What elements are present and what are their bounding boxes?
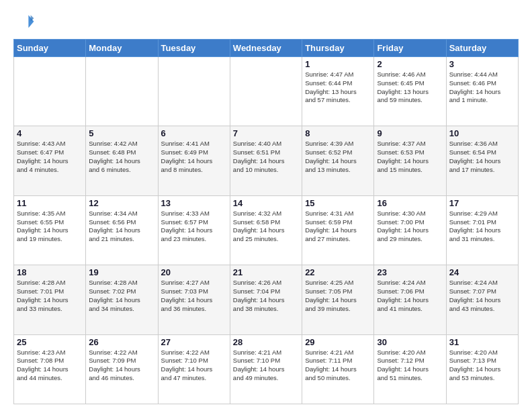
calendar-cell: 10Sunrise: 4:36 AM Sunset: 6:54 PM Dayli… <box>446 126 518 195</box>
day-number: 7 <box>233 128 299 138</box>
day-info: Sunrise: 4:27 AM Sunset: 7:03 PM Dayligh… <box>161 279 227 313</box>
calendar-cell: 30Sunrise: 4:20 AM Sunset: 7:12 PM Dayli… <box>374 334 446 404</box>
day-number: 27 <box>161 337 227 347</box>
calendar-cell: 17Sunrise: 4:29 AM Sunset: 7:01 PM Dayli… <box>446 195 518 265</box>
day-info: Sunrise: 4:29 AM Sunset: 7:01 PM Dayligh… <box>449 210 515 244</box>
day-number: 31 <box>449 337 515 347</box>
day-info: Sunrise: 4:36 AM Sunset: 6:54 PM Dayligh… <box>449 140 515 174</box>
day-number: 26 <box>89 337 154 347</box>
col-header-thursday: Thursday <box>302 40 374 57</box>
calendar-cell: 5Sunrise: 4:42 AM Sunset: 6:48 PM Daylig… <box>86 126 158 195</box>
calendar-table: SundayMondayTuesdayWednesdayThursdayFrid… <box>13 39 519 404</box>
day-info: Sunrise: 4:35 AM Sunset: 6:55 PM Dayligh… <box>17 210 83 244</box>
calendar-week-4: 18Sunrise: 4:28 AM Sunset: 7:01 PM Dayli… <box>14 265 519 334</box>
day-number: 23 <box>377 267 443 277</box>
day-info: Sunrise: 4:20 AM Sunset: 7:13 PM Dayligh… <box>449 349 515 383</box>
day-number: 24 <box>449 267 515 277</box>
calendar-cell: 6Sunrise: 4:41 AM Sunset: 6:49 PM Daylig… <box>158 126 230 195</box>
day-number: 12 <box>89 198 154 208</box>
day-number: 25 <box>17 337 83 347</box>
calendar-cell: 15Sunrise: 4:31 AM Sunset: 6:59 PM Dayli… <box>302 195 374 265</box>
day-number: 6 <box>161 128 227 138</box>
day-number: 21 <box>233 267 299 277</box>
day-number: 5 <box>89 128 154 138</box>
day-number: 3 <box>449 59 515 69</box>
calendar-cell: 3Sunrise: 4:44 AM Sunset: 6:46 PM Daylig… <box>446 57 518 126</box>
day-info: Sunrise: 4:43 AM Sunset: 6:47 PM Dayligh… <box>17 140 83 174</box>
day-number: 8 <box>305 128 371 138</box>
day-info: Sunrise: 4:22 AM Sunset: 7:10 PM Dayligh… <box>161 349 227 383</box>
calendar-cell: 20Sunrise: 4:27 AM Sunset: 7:03 PM Dayli… <box>158 265 230 334</box>
calendar-cell: 12Sunrise: 4:34 AM Sunset: 6:56 PM Dayli… <box>86 195 158 265</box>
col-header-tuesday: Tuesday <box>158 40 230 57</box>
calendar-cell: 24Sunrise: 4:24 AM Sunset: 7:07 PM Dayli… <box>446 265 518 334</box>
logo <box>13 11 38 32</box>
day-info: Sunrise: 4:24 AM Sunset: 7:06 PM Dayligh… <box>377 279 443 313</box>
calendar-week-2: 4Sunrise: 4:43 AM Sunset: 6:47 PM Daylig… <box>14 126 519 195</box>
day-info: Sunrise: 4:46 AM Sunset: 6:45 PM Dayligh… <box>377 71 443 105</box>
day-info: Sunrise: 4:22 AM Sunset: 7:09 PM Dayligh… <box>89 349 154 383</box>
calendar-cell: 13Sunrise: 4:33 AM Sunset: 6:57 PM Dayli… <box>158 195 230 265</box>
calendar-cell <box>14 57 86 126</box>
col-header-saturday: Saturday <box>446 40 518 57</box>
calendar-cell <box>158 57 230 126</box>
day-info: Sunrise: 4:33 AM Sunset: 6:57 PM Dayligh… <box>161 210 227 244</box>
day-number: 13 <box>161 198 227 208</box>
day-number: 30 <box>377 337 443 347</box>
calendar-cell <box>86 57 158 126</box>
day-info: Sunrise: 4:30 AM Sunset: 7:00 PM Dayligh… <box>377 210 443 244</box>
calendar-cell: 28Sunrise: 4:21 AM Sunset: 7:10 PM Dayli… <box>230 334 302 404</box>
day-info: Sunrise: 4:26 AM Sunset: 7:04 PM Dayligh… <box>233 279 299 313</box>
calendar-cell: 4Sunrise: 4:43 AM Sunset: 6:47 PM Daylig… <box>14 126 86 195</box>
calendar-cell: 1Sunrise: 4:47 AM Sunset: 6:44 PM Daylig… <box>302 57 374 126</box>
day-number: 11 <box>17 198 83 208</box>
calendar-cell: 14Sunrise: 4:32 AM Sunset: 6:58 PM Dayli… <box>230 195 302 265</box>
day-info: Sunrise: 4:20 AM Sunset: 7:12 PM Dayligh… <box>377 349 443 383</box>
day-info: Sunrise: 4:25 AM Sunset: 7:05 PM Dayligh… <box>305 279 371 313</box>
col-header-wednesday: Wednesday <box>230 40 302 57</box>
calendar-cell: 27Sunrise: 4:22 AM Sunset: 7:10 PM Dayli… <box>158 334 230 404</box>
day-info: Sunrise: 4:23 AM Sunset: 7:08 PM Dayligh… <box>17 349 83 383</box>
day-info: Sunrise: 4:47 AM Sunset: 6:44 PM Dayligh… <box>305 71 371 105</box>
day-info: Sunrise: 4:32 AM Sunset: 6:58 PM Dayligh… <box>233 210 299 244</box>
calendar-cell: 23Sunrise: 4:24 AM Sunset: 7:06 PM Dayli… <box>374 265 446 334</box>
calendar-cell: 29Sunrise: 4:21 AM Sunset: 7:11 PM Dayli… <box>302 334 374 404</box>
calendar-cell: 25Sunrise: 4:23 AM Sunset: 7:08 PM Dayli… <box>14 334 86 404</box>
col-header-sunday: Sunday <box>14 40 86 57</box>
day-info: Sunrise: 4:28 AM Sunset: 7:01 PM Dayligh… <box>17 279 83 313</box>
day-info: Sunrise: 4:37 AM Sunset: 6:53 PM Dayligh… <box>377 140 443 174</box>
day-number: 20 <box>161 267 227 277</box>
day-info: Sunrise: 4:41 AM Sunset: 6:49 PM Dayligh… <box>161 140 227 174</box>
calendar-cell: 21Sunrise: 4:26 AM Sunset: 7:04 PM Dayli… <box>230 265 302 334</box>
day-info: Sunrise: 4:39 AM Sunset: 6:52 PM Dayligh… <box>305 140 371 174</box>
day-number: 28 <box>233 337 299 347</box>
col-header-monday: Monday <box>86 40 158 57</box>
day-info: Sunrise: 4:21 AM Sunset: 7:11 PM Dayligh… <box>305 349 371 383</box>
calendar-week-5: 25Sunrise: 4:23 AM Sunset: 7:08 PM Dayli… <box>14 334 519 404</box>
day-number: 18 <box>17 267 83 277</box>
calendar-cell <box>230 57 302 126</box>
calendar-cell: 11Sunrise: 4:35 AM Sunset: 6:55 PM Dayli… <box>14 195 86 265</box>
calendar-cell: 18Sunrise: 4:28 AM Sunset: 7:01 PM Dayli… <box>14 265 86 334</box>
calendar-week-3: 11Sunrise: 4:35 AM Sunset: 6:55 PM Dayli… <box>14 195 519 265</box>
page: SundayMondayTuesdayWednesdayThursdayFrid… <box>0 0 532 411</box>
calendar-cell: 26Sunrise: 4:22 AM Sunset: 7:09 PM Dayli… <box>86 334 158 404</box>
calendar-cell: 7Sunrise: 4:40 AM Sunset: 6:51 PM Daylig… <box>230 126 302 195</box>
logo-icon <box>13 11 35 32</box>
calendar-cell: 2Sunrise: 4:46 AM Sunset: 6:45 PM Daylig… <box>374 57 446 126</box>
day-number: 4 <box>17 128 83 138</box>
day-info: Sunrise: 4:28 AM Sunset: 7:02 PM Dayligh… <box>89 279 154 313</box>
calendar-cell: 9Sunrise: 4:37 AM Sunset: 6:53 PM Daylig… <box>374 126 446 195</box>
calendar-week-1: 1Sunrise: 4:47 AM Sunset: 6:44 PM Daylig… <box>14 57 519 126</box>
day-number: 19 <box>89 267 154 277</box>
col-header-friday: Friday <box>374 40 446 57</box>
day-info: Sunrise: 4:40 AM Sunset: 6:51 PM Dayligh… <box>233 140 299 174</box>
day-number: 1 <box>305 59 371 69</box>
day-number: 22 <box>305 267 371 277</box>
day-info: Sunrise: 4:31 AM Sunset: 6:59 PM Dayligh… <box>305 210 371 244</box>
day-info: Sunrise: 4:44 AM Sunset: 6:46 PM Dayligh… <box>449 71 515 105</box>
day-number: 16 <box>377 198 443 208</box>
calendar-cell: 31Sunrise: 4:20 AM Sunset: 7:13 PM Dayli… <box>446 334 518 404</box>
calendar-cell: 22Sunrise: 4:25 AM Sunset: 7:05 PM Dayli… <box>302 265 374 334</box>
day-number: 17 <box>449 198 515 208</box>
